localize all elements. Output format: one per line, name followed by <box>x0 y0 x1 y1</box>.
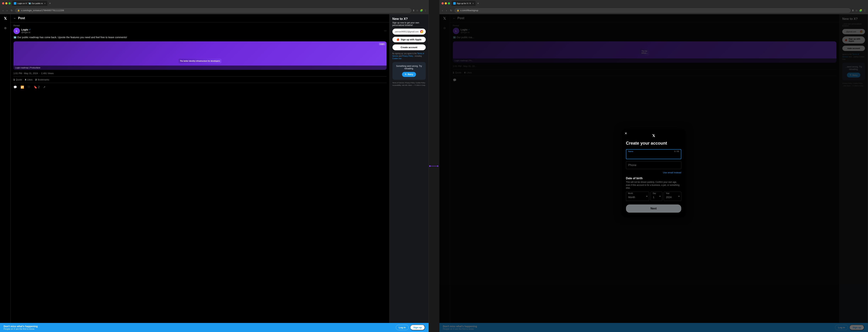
star-icon-right[interactable]: ☆ <box>856 9 858 12</box>
minimize-window-btn-right[interactable] <box>445 2 447 4</box>
forward-btn-right[interactable]: › <box>445 9 448 12</box>
tab-favicon-signup <box>453 2 456 5</box>
x-logo-left: 𝕏 <box>4 16 7 21</box>
bottom-bar-subtitle-left: People on X are the first to know. <box>4 328 38 330</box>
right-browser-window: Sign up for X / X ✕ + ‹ › ↻ 🔒 x.com/i/fl… <box>439 0 868 332</box>
star-icon-left[interactable]: ☆ <box>416 9 418 12</box>
share-btn-left[interactable]: ↗ <box>43 85 45 89</box>
author-name-left: Logto ✓ <box>21 28 383 31</box>
left-x-page: 𝕏 ⚙ ← Post Pinned L Logto ✓ <box>0 14 429 332</box>
url-text-right: x.com/i/flow/signup <box>460 9 478 12</box>
privacy-policy-link-left[interactable]: Privacy Policy <box>402 55 413 57</box>
arrow-divider <box>429 0 439 332</box>
toolbar-icons-left: ⬆ ☆ 🧩 ⋮ <box>413 9 427 12</box>
google-signin-btn-left[interactable]: yamran940512@gmail.com G <box>393 29 426 35</box>
cookie-link-left[interactable]: Cookie Use <box>393 58 402 59</box>
tab-close-btn-right[interactable]: ✕ <box>472 2 474 4</box>
back-btn-right[interactable]: ‹ <box>441 9 444 12</box>
reload-btn-left[interactable]: ↻ <box>10 9 14 12</box>
error-text-left: Something went wrong. Try reloading. <box>395 65 423 70</box>
day-select-wrap: Day 123456789101112131415161718192021222… <box>651 192 662 201</box>
month-label: Month <box>628 192 633 194</box>
footer-more-left[interactable]: More --- <box>408 84 414 86</box>
stat-quotes: 1 Quote <box>13 78 22 81</box>
back-arrow-left[interactable]: ← <box>13 17 16 20</box>
like-btn-left[interactable]: ♡ <box>28 85 30 89</box>
author-handle-left: @logto.io <box>21 31 383 34</box>
bottom-signup-btn-left[interactable]: Sign up <box>410 325 425 330</box>
left-browser-content: 𝕏 ⚙ ← Post Pinned L Logto ✓ <box>0 14 429 332</box>
extension-icon-left[interactable]: 🧩 <box>420 9 423 12</box>
forward-btn-left[interactable]: › <box>6 9 8 12</box>
close-window-btn-right[interactable] <box>441 2 444 4</box>
left-post-body: Pinned L Logto ✓ @logto.io ··· 🗺️ Our p <box>11 22 390 92</box>
more-btn-left[interactable]: ··· <box>384 29 386 32</box>
footer-terms-left[interactable]: Terms of Service <box>393 82 404 84</box>
name-input-label: Name <box>628 150 633 153</box>
phone-field-wrapper <box>626 161 681 169</box>
modal-x-logo: 𝕏 <box>626 134 681 138</box>
left-browser-window: Logto on X: "🗺️ Our public ro ✕ + ‹ › ↻ … <box>0 0 429 332</box>
post-avatar-left: L <box>13 28 20 34</box>
close-window-btn[interactable] <box>2 2 4 4</box>
modal-title: Create your account <box>626 141 681 146</box>
bottom-login-btn-left[interactable]: Log in <box>396 325 409 330</box>
tab-close-btn[interactable]: ✕ <box>44 2 45 4</box>
url-bar-right[interactable]: 🔒 x.com/i/flow/signup <box>455 8 850 12</box>
bookmark-btn-left[interactable]: 🔖 2 <box>34 85 39 89</box>
modal-close-btn[interactable]: ✕ <box>624 132 627 135</box>
pinned-label-left: Pinned <box>13 25 386 27</box>
tab-logto[interactable]: Logto on X: "🗺️ Our public ro ✕ <box>12 1 48 6</box>
modal-overlay: ✕ 𝕏 Create your account Name 0 / 50 Use … <box>439 14 868 332</box>
back-btn-left[interactable]: ‹ <box>2 9 4 12</box>
grid-icons-left <box>197 47 203 58</box>
new-to-x-subtitle-left: Sign up now to get your own personalized… <box>393 22 426 26</box>
use-email-link[interactable]: Use email instead <box>626 171 681 174</box>
footer-copyright-left: © 2024 X Corp. <box>414 84 426 86</box>
create-account-btn-left[interactable]: Create account <box>393 45 426 50</box>
footer-privacy-left[interactable]: Privacy Policy <box>405 82 415 84</box>
share-icon-left[interactable]: ⬆ <box>413 9 415 12</box>
left-right-panel: New to X? Sign up now to get your own pe… <box>390 14 429 332</box>
terms-text-left: By signing up, you agree to the Terms of… <box>393 52 426 60</box>
extension-icon-right[interactable]: 🧩 <box>859 9 862 12</box>
bottom-bar-text-left: Don't miss what's happening People on X … <box>4 325 38 330</box>
toolbar-icons-right: ⬆ ☆ 🧩 ⋮ <box>852 9 866 12</box>
bottom-bar-title-left: Don't miss what's happening <box>4 325 38 328</box>
retweet-btn-left[interactable]: 🔁 <box>21 85 24 89</box>
left-post-header: ← Post <box>11 14 390 22</box>
next-btn[interactable]: Next <box>626 204 681 213</box>
maximize-window-btn-right[interactable] <box>448 2 450 4</box>
reload-btn-right[interactable]: ↻ <box>449 9 453 12</box>
maximize-window-btn[interactable] <box>8 2 11 4</box>
more-icon-right[interactable]: ⋮ <box>864 9 866 12</box>
comment-btn-left[interactable]: 💬 <box>13 85 17 89</box>
minimize-window-btn[interactable] <box>5 2 7 4</box>
tab-signup[interactable]: Sign up for X / X ✕ <box>452 1 475 6</box>
apple-signin-btn-left[interactable]: 🍎 Sign up with Apple <box>393 37 426 42</box>
post-author-left: L Logto ✓ @logto.io ··· <box>13 28 386 34</box>
more-icon-left[interactable]: ⋮ <box>424 9 427 12</box>
footer-accessibility-left[interactable]: Accessibility <box>393 84 401 86</box>
right-toolbar: ‹ › ↻ 🔒 x.com/i/flow/signup ⬆ ☆ 🧩 ⋮ <box>439 7 868 14</box>
footer-cookie-left[interactable]: Cookie Policy <box>416 82 425 84</box>
new-tab-btn-right[interactable]: + <box>476 2 480 5</box>
new-tab-btn-left[interactable]: + <box>48 2 52 5</box>
author-info-left: Logto ✓ @logto.io <box>21 28 383 34</box>
retry-btn-left[interactable]: ↻ Retry <box>402 72 416 77</box>
retry-icon-left: ↻ <box>405 73 407 76</box>
share-icon-right[interactable]: ⬆ <box>852 9 854 12</box>
year-select-wrap: Year 20242023202220212020201920182017201… <box>664 192 681 201</box>
dob-dropdowns: Month Month JanuaryFebruaryMarch AprilMa… <box>626 192 681 201</box>
name-input[interactable] <box>626 149 681 159</box>
stat-likes: 4 Likes <box>25 78 32 81</box>
purple-card-title-left: The better identity infrastructure for d… <box>180 60 220 62</box>
sidebar-settings-icon[interactable]: ⚙ <box>2 25 8 31</box>
day-select[interactable]: 1234567891011121314151617181920212223242… <box>651 192 662 201</box>
apple-icon-left: 🍎 <box>397 38 399 41</box>
phone-input[interactable] <box>626 161 681 169</box>
footer-ads-left[interactable]: Ads info <box>402 84 408 86</box>
post-image-badge-left: Logto <box>379 43 385 45</box>
right-browser-content: 𝕏 ⚙ ← Post Pinned L Logto ✓ <box>439 14 868 332</box>
url-bar-left[interactable]: 🔒 x.com/logto_io/status/1796406577811112… <box>15 8 411 12</box>
